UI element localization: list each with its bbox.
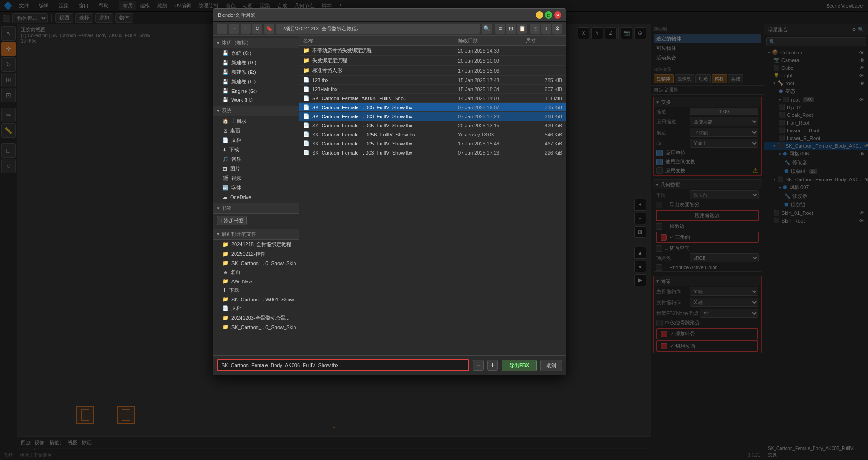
- file-icon-1: 📁: [303, 58, 309, 63]
- close-btn[interactable]: ✕: [554, 11, 561, 19]
- nav-search[interactable]: 🔍: [482, 24, 492, 34]
- filename-input[interactable]: SK_Cartoon_Female_Body_AK006_FullIV_Show…: [217, 359, 469, 371]
- file-row-7[interactable]: 📄 SK_Cartoon_Female_...003_FullIV_Show.f…: [299, 112, 566, 121]
- file-date-1: 20 Jan 2025 10:09: [458, 58, 526, 63]
- fonts-item[interactable]: 🔤 字体: [213, 183, 299, 193]
- view-details[interactable]: 📋: [517, 24, 527, 34]
- recent-1-icon: 📁: [222, 251, 229, 257]
- file-icon-6: 📄: [303, 104, 309, 110]
- file-name-1: 头发绑定定流程: [312, 57, 458, 64]
- file-row-5[interactable]: 📄 SK_Cartoon_Female_AK005_FullIV_Sho... …: [299, 94, 566, 103]
- file-list-area: 名称 修改日期 尺寸 📁 不带动态骨骼头发绑定流程 20 Jan 2025 14…: [299, 36, 566, 355]
- recent-1-label: 20250212-挂件: [231, 251, 265, 257]
- export-fbx-btn[interactable]: 导出FBX: [502, 360, 537, 371]
- drive-g[interactable]: 💾 Engine (G:): [213, 87, 299, 95]
- recent-2[interactable]: 📁 SK_Cartoon_...0_Show_Skin: [213, 259, 299, 267]
- file-row-2[interactable]: 📁 标准骨骼人形 17 Jan 2025 15:06: [299, 66, 566, 76]
- music-icon: 🎵: [222, 156, 229, 162]
- recent-5[interactable]: ⬇ 下载: [213, 286, 299, 295]
- recent-4[interactable]: 📁 AW_New: [213, 277, 299, 286]
- file-row-9[interactable]: 📄 SK_Cartoon_Female_...005B_FullIV_Show.…: [299, 130, 566, 139]
- add-icon: +: [220, 218, 223, 223]
- bookmarks-section: ▾ 书签 + 添加书签: [213, 203, 299, 227]
- pictures-label: 图片: [230, 165, 240, 172]
- bookmarks-label: 书签: [222, 205, 231, 212]
- file-size-3: 785 KiB: [526, 77, 562, 83]
- downloads-item[interactable]: ⬇ 下载: [213, 145, 299, 155]
- file-date-8: 20 Jan 2025 13:15: [458, 123, 526, 128]
- file-row-1[interactable]: 📁 头发绑定定流程 20 Jan 2025 10:09: [299, 56, 566, 66]
- view-grid[interactable]: ⊞: [506, 24, 516, 34]
- sort-btn[interactable]: ↕: [541, 24, 551, 34]
- pictures-item[interactable]: 🖼 图片: [213, 164, 299, 174]
- minimize-btn[interactable]: −: [536, 11, 543, 19]
- volume-section: ▾ 体积（卷标） 💾 系统 (C:) 💾 新建卷 (D:) 💾 新建卷 (E:): [213, 38, 299, 104]
- recent-3-label: 桌面: [230, 269, 240, 276]
- recent-7-label: 文档: [231, 305, 241, 312]
- col-name[interactable]: 名称: [303, 37, 458, 44]
- nav-up[interactable]: ↑: [241, 24, 251, 34]
- downloads-icon: ⬇: [222, 147, 227, 153]
- volume-header[interactable]: ▾ 体积（卷标）: [213, 38, 299, 48]
- recent-6[interactable]: 📁 SK_Cartoon_...W001_Show: [213, 295, 299, 304]
- onedrive-item[interactable]: ☁ OneDrive: [213, 193, 299, 201]
- nav-bookmark[interactable]: 🔖: [264, 24, 274, 34]
- recent-1[interactable]: 📁 20250212-挂件: [213, 249, 299, 259]
- footer-minus[interactable]: −: [473, 360, 483, 371]
- drive-c[interactable]: 💾 系统 (C:): [213, 48, 299, 58]
- file-row-6[interactable]: 📄 SK_Cartoon_Female_...005_FullIV_Show.f…: [299, 103, 566, 112]
- file-row-3[interactable]: 📄 123.fbx 15 Jan 2025 17:48 785 KiB: [299, 76, 566, 85]
- bookmarks-header[interactable]: ▾ 书签: [213, 203, 299, 214]
- nav-back[interactable]: ←: [217, 24, 227, 34]
- recent-header[interactable]: ▾ 最近打开的文件: [213, 229, 299, 240]
- dialog-titlebar: Blender文件浏览 − □ ✕: [213, 9, 566, 22]
- col-date[interactable]: 修改日期: [458, 37, 526, 44]
- system-header[interactable]: ▾ 系统: [213, 106, 299, 116]
- file-icon-2: 📁: [303, 68, 309, 73]
- footer-plus[interactable]: +: [487, 360, 498, 371]
- videos-item[interactable]: 🎬 视频: [213, 174, 299, 183]
- drive-e[interactable]: 💾 新建卷 (E:): [213, 68, 299, 77]
- file-size-4: 607 KiB: [526, 87, 562, 92]
- col-size[interactable]: 尺寸: [526, 37, 562, 44]
- settings-btn[interactable]: ⚙: [552, 24, 562, 34]
- file-size-7: 268 KiB: [526, 114, 562, 119]
- nav-refresh[interactable]: ↻: [252, 24, 262, 34]
- dialog-navbar: ← → ↑ ↻ 🔖 F:\项目\20241218_全骨骼绑定教程\ 🔍 ≡ ⊞ …: [213, 22, 566, 36]
- drive-h[interactable]: 💾 Work (H:): [213, 95, 299, 104]
- recent-8-label: 20241203-全骨骼动态骨...: [231, 315, 289, 321]
- file-row-0[interactable]: 📁 不带动态骨骼头发绑定流程 20 Jan 2025 14:39: [299, 46, 566, 56]
- recent-5-label: 下载: [229, 287, 239, 294]
- file-icon-10: 📄: [303, 140, 309, 146]
- file-date-0: 20 Jan 2025 14:39: [458, 48, 526, 53]
- nav-forward[interactable]: →: [229, 24, 239, 34]
- drive-f[interactable]: 💾 新建卷 (F:): [213, 77, 299, 87]
- view-list[interactable]: ≡: [495, 24, 505, 34]
- file-row-8[interactable]: 📄 SK_Cartoon_Female_...005_FullIV_Show.f…: [299, 121, 566, 130]
- recent-0[interactable]: 📁 20241218_全骨骼绑定教程: [213, 240, 299, 249]
- file-row-4[interactable]: 📄 123Hair.fbx 15 Jan 2025 18:34 607 KiB: [299, 85, 566, 94]
- file-size-5: 1.3 MiB: [526, 96, 562, 101]
- file-row-11[interactable]: 📄 SK_Cartoon_Female_...003_FullIV_Show.f…: [299, 148, 566, 157]
- recent-8[interactable]: 📁 20241203-全骨骼动态骨...: [213, 313, 299, 323]
- file-date-4: 15 Jan 2025 18:34: [458, 87, 526, 92]
- docs-item[interactable]: 📄 文档: [213, 136, 299, 145]
- recent-3-icon: 🖥: [222, 270, 227, 275]
- cancel-btn[interactable]: 取消: [540, 360, 562, 371]
- recent-3[interactable]: 🖥 桌面: [213, 267, 299, 277]
- desktop-item[interactable]: 🖥 桌面: [213, 126, 299, 136]
- home-item[interactable]: 🏠 主目录: [213, 116, 299, 126]
- file-row-10[interactable]: 📄 SK_Cartoon_Female_...005_FullIV_Show.f…: [299, 139, 566, 148]
- music-item[interactable]: 🎵 音乐: [213, 155, 299, 164]
- recent-9[interactable]: 📁 SK_Cartoon_...0_Show_Skin: [213, 323, 299, 331]
- maximize-btn[interactable]: □: [545, 11, 552, 19]
- drive-d[interactable]: 💾 新建卷 (D:): [213, 58, 299, 68]
- fonts-label: 字体: [231, 184, 241, 191]
- desktop-label: 桌面: [230, 127, 240, 134]
- add-bookmark-btn[interactable]: + 添加书签: [217, 216, 247, 225]
- pictures-icon: 🖼: [222, 166, 227, 172]
- recent-7[interactable]: 📄 文档: [213, 304, 299, 313]
- path-input[interactable]: F:\项目\20241218_全骨骼绑定教程\: [276, 24, 480, 34]
- filter-btn[interactable]: ⊡: [530, 24, 540, 34]
- filter-btns: ⊡ ↕ ⚙: [530, 24, 562, 34]
